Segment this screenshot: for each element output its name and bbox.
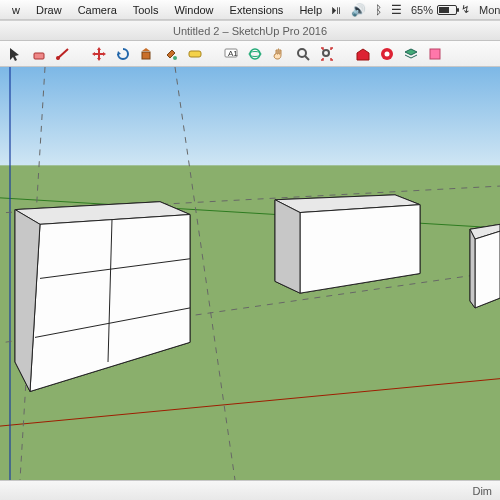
svg-point-8: [249, 51, 261, 56]
svg-rect-0: [34, 53, 44, 59]
app-menu-help[interactable]: Help: [291, 0, 330, 20]
outliner-tool[interactable]: [424, 43, 446, 65]
line-tool[interactable]: [52, 43, 74, 65]
model-box-right[interactable]: [470, 224, 500, 308]
app-window: Untitled 2 – SketchUp Pro 2016 A1: [0, 20, 500, 500]
sky: [0, 67, 500, 175]
status-bar: Dim: [0, 480, 500, 500]
svg-point-3: [173, 56, 177, 60]
app-menu-extensions[interactable]: Extensions: [222, 0, 292, 20]
svg-rect-4: [189, 51, 201, 57]
volume-icon[interactable]: 🔊: [351, 3, 366, 17]
svg-text:A1: A1: [228, 49, 238, 58]
eraser-tool[interactable]: [28, 43, 50, 65]
wifi-icon[interactable]: ☰: [391, 3, 402, 17]
battery-indicator[interactable]: 65% ↯: [411, 3, 470, 16]
macos-menubar: w Draw Camera Tools Window Extensions He…: [0, 0, 500, 20]
svg-marker-32: [475, 231, 500, 308]
orbit-tool[interactable]: [244, 43, 266, 65]
extension-tool[interactable]: [376, 43, 398, 65]
clock-day[interactable]: Mon: [479, 4, 500, 16]
svg-marker-29: [275, 200, 300, 293]
charging-icon: ↯: [461, 3, 470, 16]
pan-tool[interactable]: [268, 43, 290, 65]
model-viewport[interactable]: [0, 67, 500, 480]
app-menu-tools[interactable]: Tools: [125, 0, 167, 20]
app-menu-draw[interactable]: Draw: [28, 0, 70, 20]
app-menu-w[interactable]: w: [4, 0, 28, 20]
app-menu-window[interactable]: Window: [166, 0, 221, 20]
svg-point-7: [250, 49, 260, 59]
svg-line-10: [305, 56, 309, 60]
media-icon[interactable]: ⏯: [330, 3, 342, 17]
app-menu-camera[interactable]: Camera: [70, 0, 125, 20]
zoom-extents-tool[interactable]: [316, 43, 338, 65]
svg-rect-2: [142, 52, 150, 59]
warehouse-tool[interactable]: [352, 43, 374, 65]
scene-canvas[interactable]: [0, 67, 500, 480]
paint-tool[interactable]: [160, 43, 182, 65]
layers-tool[interactable]: [400, 43, 422, 65]
select-tool[interactable]: [4, 43, 26, 65]
svg-point-9: [298, 49, 306, 57]
rotate-tool[interactable]: [112, 43, 134, 65]
bluetooth-icon[interactable]: ᛒ: [375, 3, 382, 17]
text-tool[interactable]: A1: [220, 43, 242, 65]
svg-marker-33: [470, 229, 475, 308]
zoom-tool[interactable]: [292, 43, 314, 65]
window-title: Untitled 2 – SketchUp Pro 2016: [173, 25, 327, 37]
move-tool[interactable]: [88, 43, 110, 65]
dimensions-label: Dim: [472, 485, 492, 497]
battery-percent: 65%: [411, 4, 433, 16]
svg-point-1: [56, 56, 60, 60]
main-toolbar: A1: [0, 41, 500, 67]
tape-tool[interactable]: [184, 43, 206, 65]
battery-icon: [437, 5, 457, 15]
window-titlebar: Untitled 2 – SketchUp Pro 2016: [0, 21, 500, 41]
svg-point-11: [323, 50, 329, 56]
pushpull-tool[interactable]: [136, 43, 158, 65]
svg-point-13: [385, 51, 390, 56]
svg-rect-14: [430, 49, 440, 59]
